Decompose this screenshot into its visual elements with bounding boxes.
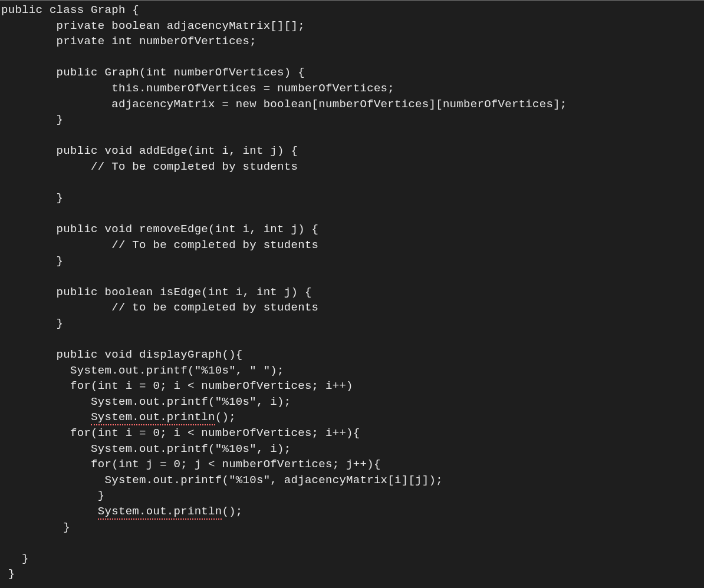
spell-error-underline: System.out.println bbox=[91, 411, 215, 425]
code-line: private boolean adjacencyMatrix[][]; bbox=[1, 18, 704, 34]
code-line bbox=[1, 175, 704, 191]
code-line: public boolean isEdge(int i, int j) { bbox=[1, 285, 704, 300]
code-line: } bbox=[1, 520, 704, 536]
code-line: for(int j = 0; j < numberOfVertices; j++… bbox=[1, 457, 704, 473]
code-line: public Graph(int numberOfVertices) { bbox=[1, 65, 704, 81]
code-line: for(int i = 0; i < numberOfVertices; i++… bbox=[1, 425, 704, 441]
code-line: // To be completed by students bbox=[1, 159, 704, 175]
code-line bbox=[1, 535, 704, 551]
code-line: private int numberOfVertices; bbox=[1, 34, 704, 49]
code-line: public class Graph { bbox=[1, 2, 704, 18]
code-line: } bbox=[1, 253, 704, 269]
code-line: adjacencyMatrix = new boolean[numberOfVe… bbox=[1, 97, 704, 113]
code-line: } bbox=[1, 488, 704, 504]
code-line bbox=[1, 49, 704, 65]
code-line: } bbox=[1, 316, 704, 332]
code-line: System.out.printf("%10s", " "); bbox=[1, 363, 704, 379]
code-line: public void removeEdge(int i, int j) { bbox=[1, 222, 704, 237]
code-line: System.out.printf("%10s", i); bbox=[1, 394, 704, 410]
code-line: } bbox=[1, 190, 704, 206]
code-line: System.out.printf("%10s", i); bbox=[1, 441, 704, 457]
code-line: System.out.println(); bbox=[1, 409, 704, 425]
code-line bbox=[1, 206, 704, 222]
code-editor[interactable]: public class Graph { private boolean adj… bbox=[0, 1, 704, 582]
code-line: public void addEdge(int i, int j) { bbox=[1, 143, 704, 159]
code-line bbox=[1, 128, 704, 144]
code-line bbox=[1, 331, 704, 347]
code-line bbox=[1, 269, 704, 285]
code-line: // to be completed by students bbox=[1, 300, 704, 316]
code-line: public void displayGraph(){ bbox=[1, 347, 704, 363]
code-line: } bbox=[1, 566, 704, 582]
spell-error-underline: System.out.println bbox=[98, 505, 222, 520]
code-line: // To be completed by students bbox=[1, 237, 704, 253]
code-line: this.numberOfVertices = numberOfVertices… bbox=[1, 81, 704, 97]
code-line: } bbox=[1, 551, 704, 567]
code-line: for(int i = 0; i < numberOfVertices; i++… bbox=[1, 378, 704, 394]
code-line: System.out.println(); bbox=[1, 504, 704, 520]
code-line: } bbox=[1, 112, 704, 128]
code-line: System.out.printf("%10s", adjacencyMatri… bbox=[1, 473, 704, 488]
